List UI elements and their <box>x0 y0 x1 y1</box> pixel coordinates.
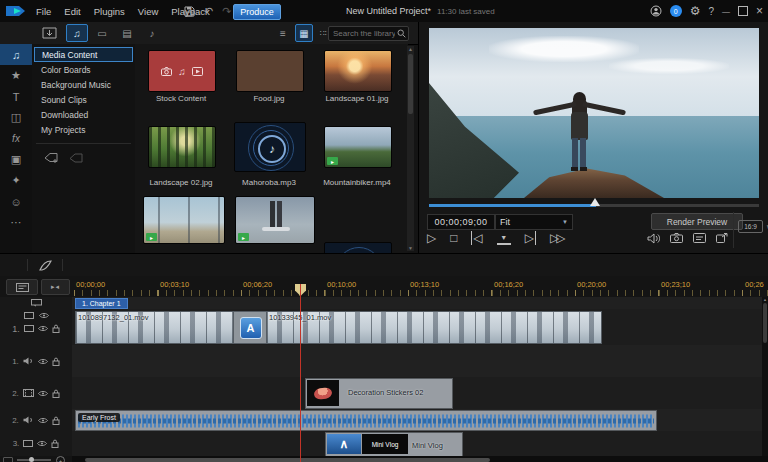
timeline-zoom-knob[interactable] <box>29 457 34 462</box>
video-track2[interactable]: Decoration Stickers 02 <box>72 377 768 410</box>
tab-music[interactable]: ♪ <box>141 24 163 42</box>
menu-view[interactable]: View <box>138 6 158 17</box>
next-frame-button[interactable]: ▷ <box>525 231 536 245</box>
category-sound-clips[interactable]: Sound Clips <box>34 92 133 107</box>
timeline-vscrollbar[interactable]: ▲ <box>762 297 768 456</box>
audio-track1[interactable] <box>72 345 768 378</box>
room-rail: ♫ ★ T ◫ fx ▣ ✦ ☺ ⋯ <box>0 44 33 253</box>
intro-room-icon[interactable]: ★ <box>0 65 32 86</box>
chapter-marker[interactable]: 1. Chapter 1 <box>75 298 128 309</box>
notification-badge[interactable]: 0 <box>670 5 682 17</box>
playhead-line[interactable] <box>300 284 301 462</box>
account-icon[interactable] <box>650 5 662 17</box>
more-rooms-icon[interactable]: ⋯ <box>0 212 32 233</box>
app-logo <box>5 4 27 18</box>
settings-gear-icon[interactable]: ⚙ <box>690 4 701 18</box>
mahoroba-label: Mahoroba.mp3 <box>229 178 309 187</box>
overlay-room-icon[interactable]: ▣ <box>0 149 32 170</box>
effect-room-icon[interactable]: fx <box>0 128 32 149</box>
transition-room-icon[interactable]: ◫ <box>0 107 32 128</box>
mahoroba-thumbnail[interactable]: ♪ <box>234 122 306 172</box>
snapshot-camera-icon[interactable] <box>670 233 683 243</box>
render-preview-button[interactable]: Render Preview <box>651 213 743 230</box>
timeline-zoom-in-icon[interactable]: + <box>56 456 65 462</box>
tab-media-content[interactable]: ♫ <box>66 24 88 42</box>
search-icon[interactable] <box>397 29 406 38</box>
beach-video-thumbnail[interactable]: ▸ <box>143 196 225 244</box>
tab-video[interactable]: ▭ <box>91 24 113 42</box>
title-room-icon[interactable]: T <box>0 86 32 107</box>
undock-window-icon[interactable] <box>716 233 728 243</box>
timecode-display: 00;00;09;00 <box>427 214 495 230</box>
search-input[interactable] <box>331 28 397 39</box>
previous-frame-button[interactable]: ◁ <box>471 231 482 245</box>
play-button[interactable]: ▷ <box>427 231 436 245</box>
menu-edit[interactable]: Edit <box>64 6 80 17</box>
clip-transition[interactable]: A <box>233 311 268 344</box>
stop-button[interactable]: □ <box>450 231 457 245</box>
import-media-icon[interactable] <box>38 25 60 41</box>
video-play-icon <box>192 67 203 76</box>
close-button[interactable]: × <box>756 4 763 18</box>
tab-photo[interactable]: ▤ <box>116 24 138 42</box>
list-view-icon[interactable]: ≡ <box>274 24 292 42</box>
audio-track2[interactable]: Early Frost <box>72 409 768 432</box>
mountainbiker-thumbnail[interactable]: ▸ <box>324 126 392 168</box>
category-background-music[interactable]: Background Music <box>34 77 133 92</box>
clip-audio[interactable]: Early Frost <box>75 410 657 431</box>
video-track1-header[interactable]: 1. <box>0 309 73 346</box>
aspect-ratio-badge[interactable]: 16:9 <box>738 220 763 233</box>
grid-view-icon[interactable]: ▦ <box>295 24 313 42</box>
menu-plugins[interactable]: Plugins <box>94 6 125 17</box>
produce-button[interactable]: Produce <box>233 4 281 20</box>
seek-to-time-button[interactable]: ▼ <box>497 231 511 245</box>
seek-thumb[interactable] <box>590 198 600 206</box>
video-track3-header[interactable]: 3. <box>0 431 73 457</box>
timeline-zoom-fit-icon[interactable] <box>3 457 13 462</box>
video-track1[interactable]: 1010897132_01.mov A 10133945_01.mov <box>72 309 768 346</box>
magic-tool-pen-icon[interactable] <box>36 257 54 273</box>
audio-thumbnail[interactable]: ♪ <box>324 242 392 253</box>
minimize-button[interactable]: — <box>722 7 730 16</box>
clip-video1[interactable]: 1010897132_01.mov <box>75 311 235 344</box>
top-menubar: File Edit Plugins View Playback ↶ ↷ Prod… <box>0 0 768 23</box>
stock-content-tile[interactable]: ♫ <box>148 50 216 92</box>
category-color-boards[interactable]: Color Boards <box>34 62 133 77</box>
fast-forward-button[interactable]: ▷▷ <box>550 231 562 245</box>
video-track3[interactable]: ∧ Mini Vlog Mini Vlog <box>72 431 768 457</box>
video-track2-header[interactable]: 2. <box>0 377 73 410</box>
media-room-icon[interactable]: ♫ <box>0 44 32 65</box>
landscape02-thumbnail[interactable] <box>148 126 216 168</box>
timeline-zoom-slider[interactable] <box>17 459 51 461</box>
audio-track2-header[interactable]: 2. <box>0 409 73 432</box>
fit-dropdown[interactable]: Fit ▼ <box>495 214 573 230</box>
redo-icon[interactable]: ↷ <box>222 5 231 18</box>
food-thumbnail[interactable] <box>236 50 304 92</box>
category-media-content[interactable]: Media Content <box>34 47 133 62</box>
help-icon[interactable]: ? <box>708 6 714 17</box>
powerdirector-window: File Edit Plugins View Playback ↶ ↷ Prod… <box>0 0 768 462</box>
menu-file[interactable]: File <box>36 6 51 17</box>
add-tag-icon[interactable] <box>44 152 59 164</box>
clip-video2[interactable]: 10133945_01.mov <box>266 311 602 344</box>
timeline-hscrollbar[interactable] <box>72 456 768 462</box>
ar-sticker-room-icon[interactable]: ☺ <box>0 191 32 212</box>
preview-video[interactable] <box>429 28 759 198</box>
clip-sticker[interactable]: Decoration Stickers 02 <box>305 378 453 409</box>
remove-tag-icon[interactable] <box>69 153 83 164</box>
save-icon[interactable] <box>184 6 195 17</box>
category-downloaded[interactable]: Downloaded <box>34 107 133 122</box>
library-scrollbar[interactable]: ▲ ▼ <box>407 46 414 251</box>
audio-track1-header[interactable]: 1. <box>0 345 73 378</box>
maximize-button[interactable] <box>738 6 748 16</box>
landscape01-thumbnail[interactable] <box>324 50 392 92</box>
timeline-ruler[interactable]: 00;00;00 00;03;10 00;06;20 00;10;00 00;1… <box>0 280 768 290</box>
undo-icon[interactable]: ↶ <box>204 5 213 18</box>
clip-title[interactable]: ∧ Mini Vlog Mini Vlog <box>325 432 463 457</box>
skateboard-video-thumbnail[interactable]: ▸ <box>235 196 315 244</box>
particle-room-icon[interactable]: ✦ <box>0 170 32 191</box>
preview-panel: 00;00;09;00 Fit ▼ ▷ □ ◁ ▼ ▷ ▷▷ Render Pr… <box>418 22 768 254</box>
media-viewer-icon[interactable] <box>693 233 706 243</box>
category-my-projects[interactable]: My Projects <box>34 122 133 137</box>
volume-icon[interactable] <box>647 233 660 244</box>
